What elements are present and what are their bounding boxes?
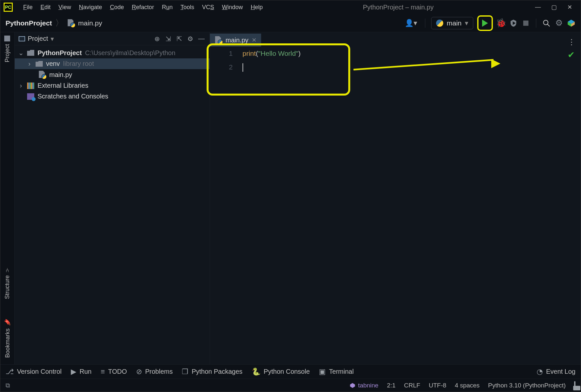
separator <box>536 19 536 28</box>
run-button[interactable] <box>477 15 493 31</box>
menu-navigate[interactable]: Navigate <box>75 2 106 13</box>
packages-icon: ❒ <box>182 368 188 376</box>
chevron-down-icon: ⌄ <box>18 49 24 57</box>
close-button[interactable]: ✕ <box>567 4 572 11</box>
tool-event-log[interactable]: ◔Event Log <box>537 368 575 376</box>
menu-tools[interactable]: Tools <box>177 2 198 13</box>
token-paren: ) <box>298 50 301 57</box>
code-line-2 <box>243 60 581 74</box>
python-file-icon <box>67 19 75 27</box>
code-editor[interactable]: 1 2 print("Hello World") ✔ <box>210 47 581 364</box>
tree-scratches[interactable]: Scratches and Consoles <box>15 91 210 102</box>
tree-main-file[interactable]: main.py <box>15 69 210 80</box>
rail-bookmarks[interactable]: Bookmarks 🔖 <box>4 319 11 358</box>
close-tab-icon[interactable]: ✕ <box>252 37 257 44</box>
editor-tab-main[interactable]: main.py ✕ <box>210 34 261 47</box>
run-coverage-button[interactable] <box>509 19 518 27</box>
breadcrumb-project[interactable]: PythonProject <box>6 19 52 27</box>
warning-icon: ⊘ <box>136 368 142 376</box>
menu-code[interactable]: Code <box>106 2 128 13</box>
status-caret-position[interactable]: 2:1 <box>387 382 395 389</box>
select-opened-file-button[interactable]: ⊕ <box>153 35 161 43</box>
editor-more-button[interactable]: ⋮ <box>562 38 581 47</box>
event-log-icon: ◔ <box>537 368 543 376</box>
toolbar-right: 👤▾ main ▾ 🐞 ⚙ <box>403 15 575 31</box>
panel-settings-button[interactable]: ⚙ <box>186 35 195 43</box>
window-controls: — ▢ ✕ <box>530 4 577 11</box>
menu-file[interactable]: File <box>19 2 37 13</box>
python-icon <box>436 20 443 27</box>
project-panel-title[interactable]: Project <box>28 35 48 42</box>
menu-view[interactable]: View <box>55 2 75 13</box>
tree-project-root[interactable]: ⌄ PythonProject C:\Users\yilma\Desktop\P… <box>15 47 210 58</box>
tool-terminal[interactable]: ▣Terminal <box>319 368 354 376</box>
user-icon[interactable]: 👤▾ <box>403 19 419 27</box>
tool-label: Run <box>80 368 92 375</box>
token-string: "Hello World" <box>258 50 298 57</box>
svg-point-0 <box>543 20 548 25</box>
rail-project[interactable]: Project <box>4 36 11 62</box>
folder-icon <box>27 50 34 56</box>
status-tabnine[interactable]: tabnine <box>350 382 378 389</box>
token-function: print <box>243 50 256 57</box>
menu-help[interactable]: Help <box>247 2 267 13</box>
project-panel-header: Project ▾ ⊕ ⇲ ⇱ ⚙ — <box>15 32 210 45</box>
tree-main-file-name: main.py <box>49 71 72 79</box>
tool-python-packages[interactable]: ❒Python Packages <box>182 368 243 376</box>
tool-label: Python Packages <box>192 368 243 375</box>
code-content: print("Hello World") <box>243 47 581 74</box>
line-number: 2 <box>210 60 233 74</box>
tool-todo[interactable]: ≡TODO <box>101 368 127 376</box>
status-encoding[interactable]: UTF-8 <box>429 382 446 389</box>
code-line-1: print("Hello World") <box>243 47 581 60</box>
status-indent[interactable]: 4 spaces <box>455 382 479 389</box>
menu-window[interactable]: Window <box>218 2 247 13</box>
search-button[interactable] <box>542 19 551 27</box>
play-icon: ▶ <box>71 368 76 376</box>
inspection-ok-icon[interactable]: ✔ <box>568 50 575 60</box>
play-icon <box>482 20 488 27</box>
main-area: Project Structure ⑂ Bookmarks 🔖 Project … <box>0 32 581 364</box>
stop-button[interactable] <box>522 19 530 27</box>
minimize-button[interactable]: — <box>535 4 541 11</box>
rail-structure-label: Structure <box>4 275 11 299</box>
tree-external-libraries[interactable]: › External Libraries <box>15 80 210 91</box>
status-line-separator[interactable]: CRLF <box>404 382 420 389</box>
editor-tab-label: main.py <box>226 37 248 44</box>
editor-gutter: 1 2 <box>210 47 239 74</box>
status-windows-icon[interactable]: ⧉ <box>6 382 10 389</box>
jetbrains-toolbox-icon[interactable] <box>567 19 575 27</box>
tool-python-console[interactable]: 🐍Python Console <box>252 368 310 376</box>
menu-vcs[interactable]: VCS <box>198 2 218 13</box>
tree-scratches-label: Scratches and Consoles <box>38 93 108 100</box>
menu-edit[interactable]: Edit <box>37 2 55 13</box>
status-readonly-icon[interactable] <box>574 382 575 389</box>
tool-version-control[interactable]: ⎇Version Control <box>6 368 62 376</box>
status-interpreter[interactable]: Python 3.10 (PythonProject) <box>488 382 566 389</box>
expand-all-button[interactable]: ⇲ <box>164 35 172 43</box>
folder-icon <box>5 36 10 41</box>
maximize-button[interactable]: ▢ <box>551 4 557 11</box>
rail-structure[interactable]: Structure ⑂ <box>4 267 11 299</box>
tool-problems[interactable]: ⊘Problems <box>136 368 173 376</box>
debug-button[interactable]: 🐞 <box>497 19 505 27</box>
chevron-right-icon: › <box>18 82 24 89</box>
run-configuration-selector[interactable]: main ▾ <box>431 17 473 29</box>
status-bar: ⧉ tabnine 2:1 CRLF UTF-8 4 spaces Python… <box>0 379 581 392</box>
bookmark-icon: 🔖 <box>4 319 11 326</box>
tool-label: Python Console <box>264 368 310 375</box>
rail-project-label: Project <box>4 44 11 62</box>
menu-refactor[interactable]: Refactor <box>128 2 158 13</box>
settings-button[interactable]: ⚙ <box>555 19 563 27</box>
hide-panel-button[interactable]: — <box>197 35 206 43</box>
app-icon: PC <box>4 3 13 12</box>
tree-venv[interactable]: › venv library root <box>15 58 210 69</box>
tool-run[interactable]: ▶Run <box>71 368 92 376</box>
menu-run[interactable]: Run <box>158 2 177 13</box>
token-paren: ( <box>256 50 258 57</box>
breadcrumb-file[interactable]: main.py <box>78 19 102 27</box>
chevron-down-icon[interactable]: ▾ <box>51 35 54 43</box>
collapse-all-button[interactable]: ⇱ <box>175 35 183 43</box>
scratches-icon <box>27 93 34 100</box>
folder-icon <box>36 61 43 67</box>
